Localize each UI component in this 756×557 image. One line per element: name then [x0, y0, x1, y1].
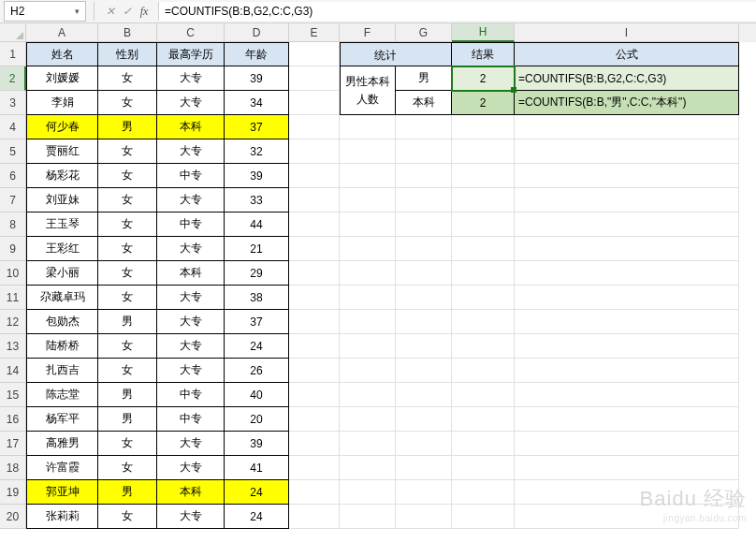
fx-icon[interactable]: fx [136, 5, 153, 19]
cell-A1[interactable]: 姓名 [26, 42, 98, 66]
cell-I10[interactable] [515, 261, 739, 286]
row-header-6[interactable]: 6 [0, 164, 26, 188]
row-header-20[interactable]: 20 [0, 505, 26, 529]
cell-C1[interactable]: 最高学历 [157, 42, 225, 66]
cell-E5[interactable] [289, 139, 340, 164]
cell-G3[interactable]: 本科 [396, 91, 452, 115]
cell-B17[interactable]: 女 [98, 432, 157, 456]
cell-D20[interactable]: 24 [225, 505, 289, 529]
cell-E1[interactable] [289, 42, 340, 66]
cell-H6[interactable] [452, 164, 515, 188]
cell-B14[interactable]: 女 [98, 359, 157, 383]
cell-A4[interactable]: 何少春 [26, 115, 98, 139]
cell-G2[interactable]: 男 [396, 66, 452, 91]
cell-D16[interactable]: 20 [225, 407, 289, 432]
cell-C7[interactable]: 大专 [157, 188, 225, 213]
cell-H7[interactable] [452, 188, 515, 213]
cell-E12[interactable] [289, 310, 340, 334]
cell-D17[interactable]: 39 [225, 432, 289, 456]
cell-F9[interactable] [340, 237, 396, 261]
col-header-F[interactable]: F [340, 23, 396, 42]
cell-A7[interactable]: 刘亚妹 [26, 188, 98, 213]
select-all-corner[interactable] [0, 23, 26, 42]
cell-G17[interactable] [396, 432, 452, 456]
cell-B19[interactable]: 男 [98, 480, 157, 505]
cell-E4[interactable] [289, 115, 340, 139]
cell-B11[interactable]: 女 [98, 286, 157, 310]
cell-F12[interactable] [340, 310, 396, 334]
cell-I2[interactable]: =COUNTIFS(B:B,G2,C:C,G3) [515, 66, 739, 91]
row-header-4[interactable]: 4 [0, 115, 26, 139]
row-header-19[interactable]: 19 [0, 480, 26, 505]
cell-C4[interactable]: 本科 [157, 115, 225, 139]
cell-H15[interactable] [452, 383, 515, 407]
cell-A11[interactable]: 尕藏卓玛 [26, 286, 98, 310]
cell-E2[interactable] [289, 66, 340, 91]
cells-area[interactable]: 姓名性别最高学历年龄统计条件结果公式刘媛媛女大专39男性本科男2=COUNTIF… [26, 42, 756, 529]
cell-A14[interactable]: 扎西吉 [26, 359, 98, 383]
cell-A15[interactable]: 陈志堂 [26, 383, 98, 407]
cell-F1[interactable]: 统计条件 [340, 42, 396, 66]
cell-C14[interactable]: 大专 [157, 359, 225, 383]
cell-E17[interactable] [289, 432, 340, 456]
row-header-15[interactable]: 15 [0, 383, 26, 407]
cell-D2[interactable]: 39 [225, 66, 289, 91]
cell-G4[interactable] [396, 115, 452, 139]
cell-H11[interactable] [452, 286, 515, 310]
cell-D5[interactable]: 32 [225, 139, 289, 164]
cell-F4[interactable] [340, 115, 396, 139]
cell-I18[interactable] [515, 456, 739, 480]
cell-I12[interactable] [515, 310, 739, 334]
cell-C10[interactable]: 本科 [157, 261, 225, 286]
cell-D8[interactable]: 44 [225, 213, 289, 237]
cell-E19[interactable] [289, 480, 340, 505]
cell-B13[interactable]: 女 [98, 334, 157, 359]
cell-F13[interactable] [340, 334, 396, 359]
cell-B8[interactable]: 女 [98, 213, 157, 237]
col-header-A[interactable]: A [26, 23, 98, 42]
row-header-8[interactable]: 8 [0, 213, 26, 237]
col-header-H[interactable]: H [452, 23, 515, 42]
cell-E18[interactable] [289, 456, 340, 480]
cell-C16[interactable]: 中专 [157, 407, 225, 432]
cell-H2[interactable]: 2 [452, 66, 515, 91]
name-box[interactable]: H2 ▾ [4, 1, 86, 22]
cell-F14[interactable] [340, 359, 396, 383]
cell-F6[interactable] [340, 164, 396, 188]
cell-E13[interactable] [289, 334, 340, 359]
cell-H14[interactable] [452, 359, 515, 383]
cell-C19[interactable]: 本科 [157, 480, 225, 505]
row-header-11[interactable]: 11 [0, 286, 26, 310]
row-header-1[interactable]: 1 [0, 42, 26, 66]
col-header-C[interactable]: C [157, 23, 225, 42]
cell-E11[interactable] [289, 286, 340, 310]
cell-C13[interactable]: 大专 [157, 334, 225, 359]
cell-B20[interactable]: 女 [98, 505, 157, 529]
cell-E14[interactable] [289, 359, 340, 383]
cell-A17[interactable]: 高雅男 [26, 432, 98, 456]
cell-C2[interactable]: 大专 [157, 66, 225, 91]
cell-D3[interactable]: 34 [225, 91, 289, 115]
cell-I8[interactable] [515, 213, 739, 237]
cell-B5[interactable]: 女 [98, 139, 157, 164]
cell-G15[interactable] [396, 383, 452, 407]
cell-F5[interactable] [340, 139, 396, 164]
cell-B16[interactable]: 男 [98, 407, 157, 432]
cell-I14[interactable] [515, 359, 739, 383]
cell-B1[interactable]: 性别 [98, 42, 157, 66]
row-header-3[interactable]: 3 [0, 91, 26, 115]
cell-F19[interactable] [340, 480, 396, 505]
cell-A10[interactable]: 梁小丽 [26, 261, 98, 286]
cell-A5[interactable]: 贾丽红 [26, 139, 98, 164]
cell-C20[interactable]: 大专 [157, 505, 225, 529]
row-header-17[interactable]: 17 [0, 432, 26, 456]
cell-D10[interactable]: 29 [225, 261, 289, 286]
cell-C6[interactable]: 中专 [157, 164, 225, 188]
cell-G6[interactable] [396, 164, 452, 188]
cell-C17[interactable]: 大专 [157, 432, 225, 456]
cell-G19[interactable] [396, 480, 452, 505]
cell-A16[interactable]: 杨军平 [26, 407, 98, 432]
cell-G16[interactable] [396, 407, 452, 432]
cell-G7[interactable] [396, 188, 452, 213]
name-box-dropdown-icon[interactable]: ▾ [70, 5, 83, 18]
